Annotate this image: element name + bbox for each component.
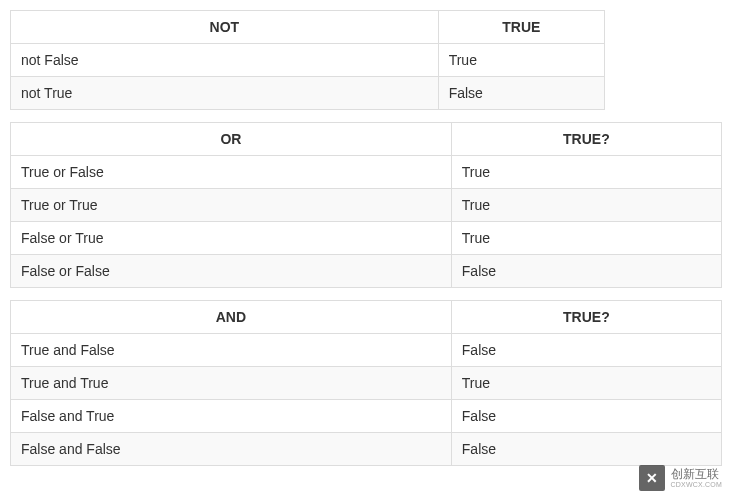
cell-expression: False and False [11, 433, 452, 466]
table-row: False or True True [11, 222, 722, 255]
cell-expression: True or True [11, 189, 452, 222]
table-row: True and True True [11, 367, 722, 400]
cell-result: False [451, 255, 721, 288]
cell-expression: not True [11, 77, 439, 110]
table-row: True or False True [11, 156, 722, 189]
cell-expression: True and True [11, 367, 452, 400]
cell-result: False [451, 400, 721, 433]
cell-result: True [438, 44, 604, 77]
table-header-result: TRUE [438, 11, 604, 44]
cell-result: True [451, 367, 721, 400]
cell-expression: False and True [11, 400, 452, 433]
cell-result: True [451, 189, 721, 222]
cell-result: True [451, 156, 721, 189]
cell-result: False [451, 334, 721, 367]
table-row: True and False False [11, 334, 722, 367]
cell-expression: True and False [11, 334, 452, 367]
table-header-result: TRUE? [451, 301, 721, 334]
watermark-text-cn: 创新互联 [671, 468, 722, 481]
table-row: not False True [11, 44, 605, 77]
table-header-operation: AND [11, 301, 452, 334]
cell-expression: not False [11, 44, 439, 77]
table-header-operation: OR [11, 123, 452, 156]
truth-table-and: AND TRUE? True and False False True and … [10, 300, 722, 466]
truth-table-or: OR TRUE? True or False True True or True… [10, 122, 722, 288]
cell-expression: False or False [11, 255, 452, 288]
watermark-text-en: CDXWCX.COM [671, 481, 722, 488]
table-row: True or True True [11, 189, 722, 222]
cell-result: False [438, 77, 604, 110]
cell-result: True [451, 222, 721, 255]
cell-expression: True or False [11, 156, 452, 189]
truth-table-not: NOT TRUE not False True not True False [10, 10, 605, 110]
cell-result: False [451, 433, 721, 466]
table-row: not True False [11, 77, 605, 110]
watermark: ✕ 创新互联 CDXWCX.COM [639, 465, 722, 488]
table-header-result: TRUE? [451, 123, 721, 156]
cell-expression: False or True [11, 222, 452, 255]
table-row: False and True False [11, 400, 722, 433]
table-row: False and False False [11, 433, 722, 466]
table-row: False or False False [11, 255, 722, 288]
table-header-operation: NOT [11, 11, 439, 44]
watermark-logo-icon: ✕ [639, 465, 665, 488]
